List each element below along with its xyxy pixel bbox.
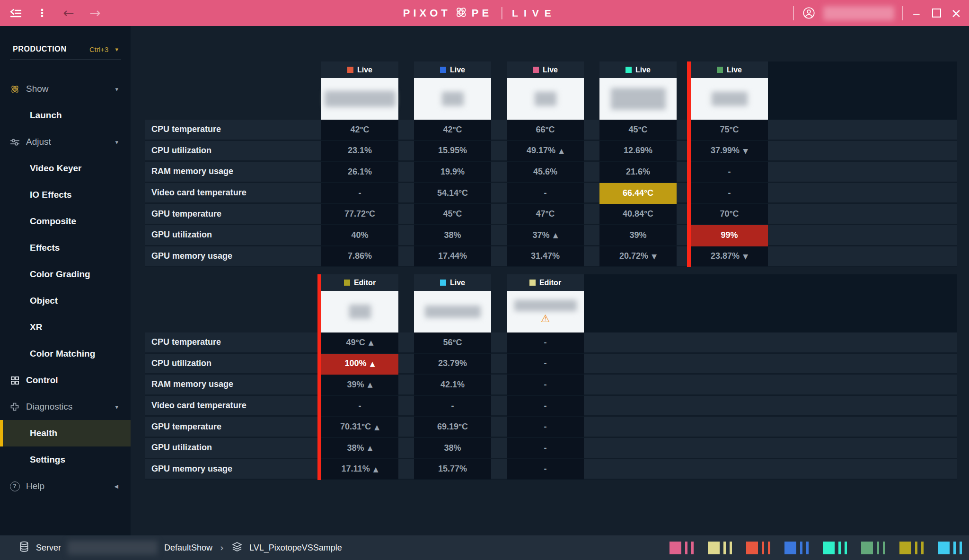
breadcrumb-level-name[interactable]: LVL_PixotopeVSSample (249, 543, 342, 553)
metric-value: 56°C (443, 338, 462, 348)
sidebar-item-settings[interactable]: Settings (0, 446, 131, 473)
machine-status-badge: Editor (321, 274, 398, 291)
forward-arrow-icon[interactable]: → (88, 6, 102, 20)
machine-card[interactable] (507, 78, 584, 120)
sidebar-item-composite[interactable]: Composite (0, 208, 131, 235)
sidebar-item-health[interactable]: Health (0, 420, 131, 446)
logo-divider (502, 7, 502, 19)
metric-value-cell: - (507, 417, 584, 438)
machine-swatch-bar (691, 542, 694, 554)
metric-value: - (544, 338, 547, 348)
machine-card[interactable] (414, 291, 491, 332)
machine-name-redacted (514, 300, 577, 311)
machine-color-square (440, 67, 446, 73)
machine-card[interactable]: ⚠ (507, 291, 584, 332)
metric-value: 15.77% (438, 464, 467, 474)
machine-swatch-group[interactable] (708, 542, 732, 554)
titlebar-divider (902, 6, 903, 20)
metric-value-cell: 49.17%▲ (507, 141, 584, 162)
adjust-icon (9, 137, 20, 147)
sidebar-item-help[interactable]: ?Help◀ (0, 473, 131, 499)
metric-value-cell: 42°C (321, 120, 398, 141)
warning-icon: ⚠ (541, 314, 550, 324)
metric-value: - (544, 188, 547, 198)
window-close-button[interactable]: × (950, 7, 962, 19)
back-arrow-icon[interactable]: ← (62, 6, 76, 20)
machine-color-square (347, 67, 353, 73)
metric-row-label: GPU temperature (145, 209, 221, 219)
metric-value-cell: 26.1% (321, 162, 398, 183)
machine-swatch-group[interactable] (823, 542, 847, 554)
machine-card[interactable] (414, 78, 491, 120)
machine-card[interactable] (321, 78, 398, 120)
sidebar-item-effects[interactable]: Effects (0, 235, 131, 261)
metric-value: - (544, 380, 547, 390)
machine-swatch (784, 542, 796, 554)
metric-value: 54.14°C (437, 188, 468, 198)
user-account-icon[interactable] (802, 6, 816, 20)
metric-row-label: Video card temperature (145, 401, 247, 411)
machine-color-square (533, 67, 539, 73)
sidebar-item-control[interactable]: Control (0, 367, 131, 394)
table-header-fill (768, 61, 957, 120)
breadcrumb-show-name[interactable]: DefaultShow (164, 543, 212, 553)
metric-value: 42°C (443, 125, 462, 135)
metric-value: 40% (351, 230, 368, 240)
machine-swatch-group[interactable] (938, 542, 962, 554)
machine-swatch-group[interactable] (746, 542, 770, 554)
metric-value-cell: 66°C (507, 120, 584, 141)
machine-swatch-group[interactable] (784, 542, 809, 554)
production-mode-selector[interactable]: PRODUCTION Ctrl+3 ▾ (10, 39, 121, 60)
machine-swatch (746, 542, 758, 554)
sidebar-item-diagnostics[interactable]: Diagnostics▾ (0, 394, 131, 420)
window-minimize-button[interactable]: – (910, 7, 923, 19)
server-name-redacted (68, 541, 158, 555)
machine-swatch-group[interactable] (669, 542, 694, 554)
window-maximize-button[interactable] (930, 7, 943, 19)
metric-value-cell: 45°C (414, 204, 491, 225)
sidebar-item-label: Health (30, 428, 57, 438)
machine-card[interactable] (599, 78, 677, 120)
sidebar-item-color-grading[interactable]: Color Grading (0, 261, 131, 288)
sidebar-item-launch[interactable]: Launch (0, 102, 131, 129)
alert-indicator-bar (317, 274, 321, 480)
metric-row-label: CPU temperature (145, 337, 221, 347)
machine-swatch-group[interactable] (899, 542, 924, 554)
metric-value: 69.19°C (437, 422, 468, 432)
diagnostics-icon (9, 402, 20, 412)
machine-name-redacted (325, 91, 396, 107)
metric-value: 49.17% (527, 146, 555, 156)
metric-row-label: GPU memory usage (145, 464, 232, 474)
metric-value: - (544, 359, 547, 368)
metric-value: 38% (444, 443, 461, 453)
machine-color-square (529, 280, 536, 286)
metric-value-cell: - (691, 162, 768, 183)
titlebar-divider (793, 6, 794, 20)
sidebar-item-xr[interactable]: XR (0, 314, 131, 341)
machine-swatch-group[interactable] (861, 542, 885, 554)
machine-column: Live45°C12.69%21.6%66.44°C40.84°C39%20.7… (599, 61, 677, 267)
sidebar-item-video-keyer[interactable]: Video Keyer (0, 155, 131, 182)
metric-value: - (728, 188, 731, 198)
collapse-sidebar-icon[interactable] (9, 6, 23, 20)
metric-value-cell: 37%▲ (507, 225, 584, 246)
metric-value-cell: 75°C (691, 120, 768, 141)
machine-card[interactable] (321, 291, 398, 332)
metric-value: - (728, 167, 731, 177)
metric-value: 17.11% (342, 464, 370, 474)
metric-value-cell: 23.79% (414, 354, 491, 375)
sidebar-item-object[interactable]: Object (0, 288, 131, 314)
sidebar-item-label: Show (26, 84, 49, 94)
machine-status-label: Live (450, 279, 465, 287)
machine-swatch-bar (915, 542, 917, 554)
machine-card[interactable] (691, 78, 768, 120)
trend-down-icon: ▼ (652, 253, 657, 260)
metric-value: 17.44% (438, 251, 467, 261)
kebab-menu-icon[interactable]: ⋮ (35, 6, 49, 20)
sidebar-item-adjust[interactable]: Adjust▾ (0, 129, 131, 155)
sidebar-item-color-matching[interactable]: Color Matching (0, 341, 131, 367)
sidebar-item-show[interactable]: Show▾ (0, 76, 131, 102)
machine-metric-cells: 75°C37.99%▼--70°C99%23.87%▼ (691, 120, 768, 267)
metric-value-cell: 39% (599, 225, 677, 246)
sidebar-item-io-effects[interactable]: IO Effects (0, 182, 131, 208)
